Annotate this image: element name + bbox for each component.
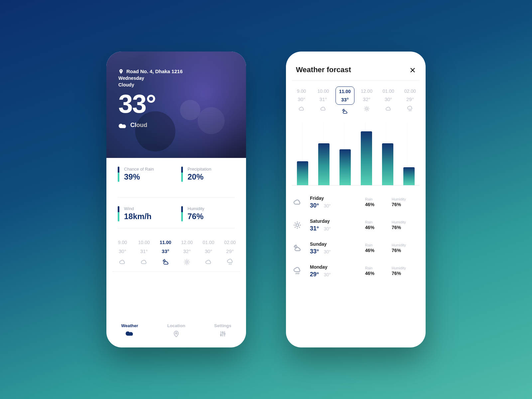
hour-slot-1[interactable]: 10.00 31° bbox=[133, 238, 155, 267]
nav-label: Weather bbox=[121, 323, 138, 328]
day-row-0[interactable]: Friday 30° 30° Rain 46% Humidity 76% bbox=[293, 191, 418, 214]
hour-time: 10.00 bbox=[133, 240, 155, 245]
hour-temp: 30° bbox=[198, 248, 219, 254]
hour-time: 9.00 bbox=[291, 88, 312, 94]
metric-value: 20% bbox=[188, 172, 211, 182]
hourly-bar-chart bbox=[292, 122, 420, 186]
metric-label: Humidity bbox=[188, 206, 204, 211]
hour-slot-3[interactable]: 12.00 32° bbox=[176, 238, 198, 267]
metric-value: 76% bbox=[188, 212, 204, 221]
pin-icon bbox=[153, 330, 200, 337]
chart-bar-1 bbox=[318, 143, 330, 185]
humidity-label: Humidity bbox=[392, 243, 418, 247]
hour-temp: 32° bbox=[356, 96, 377, 102]
hour-temp: 30° bbox=[377, 96, 399, 102]
humidity-value: 76% bbox=[392, 202, 418, 207]
forecast-hour-3[interactable]: 12.00 32° bbox=[356, 86, 377, 116]
cloud-icon bbox=[106, 330, 153, 336]
forecast-hour-2[interactable]: 11.00 33° bbox=[334, 86, 356, 116]
svg-point-3 bbox=[220, 334, 222, 336]
hour-slot-2[interactable]: 11.00 33° bbox=[155, 238, 176, 267]
weather-home-screen: Road No. 4, Dhaka 1216 Wednesday Cloudy … bbox=[106, 52, 246, 347]
day-high: 33° bbox=[310, 248, 319, 255]
humidity-value: 76% bbox=[392, 225, 418, 230]
chart-bar-0 bbox=[297, 161, 308, 185]
hourly-strip[interactable]: 9.00 30° 10.00 31° 11.00 33° 12.00 32° 0… bbox=[106, 232, 246, 271]
nav-label: Location bbox=[167, 323, 185, 328]
hour-time: 11.00 bbox=[336, 89, 353, 94]
rain-icon bbox=[293, 267, 310, 275]
nav-settings[interactable]: Settings bbox=[200, 323, 246, 337]
hero-condition-short: Cloudy bbox=[118, 82, 236, 87]
sun-icon bbox=[293, 221, 310, 229]
svg-point-5 bbox=[224, 333, 225, 334]
hour-time: 12.00 bbox=[356, 88, 377, 94]
cloud-icon bbox=[133, 259, 155, 265]
partly-icon bbox=[334, 108, 356, 114]
nav-location[interactable]: Location bbox=[153, 323, 200, 337]
humidity-value: 76% bbox=[392, 271, 418, 276]
forecast-hourly-strip[interactable]: 9.00 30° 10.00 31° 11.00 33° 12.00 32° 0… bbox=[286, 80, 426, 121]
hour-time: 10.00 bbox=[312, 88, 334, 94]
day-row-2[interactable]: Sunday 33° 30° Rain 46% Humidity 76% bbox=[293, 237, 418, 260]
rain-label: Rain bbox=[365, 266, 392, 270]
close-icon bbox=[410, 67, 416, 73]
svg-point-4 bbox=[222, 332, 223, 333]
forecast-hour-5[interactable]: 02.00 29° bbox=[399, 86, 421, 116]
location-row: Road No. 4, Dhaka 1216 bbox=[118, 68, 236, 74]
metric-bar-icon bbox=[118, 167, 119, 182]
forecast-hour-1[interactable]: 10.00 31° bbox=[312, 86, 334, 116]
close-button[interactable] bbox=[410, 66, 416, 74]
day-high: 30° bbox=[310, 202, 319, 209]
chart-bar-4 bbox=[382, 143, 393, 185]
hour-temp: 31° bbox=[312, 96, 334, 102]
day-row-3[interactable]: Monday 29° 30° Rain 46% Humidity 76% bbox=[293, 260, 418, 283]
cloud-icon bbox=[312, 105, 334, 112]
rain-value: 46% bbox=[365, 271, 392, 276]
rain-value: 46% bbox=[365, 225, 392, 230]
rain-label: Rain bbox=[365, 197, 392, 201]
metric-1: Precipitation 20% bbox=[181, 167, 235, 182]
selected-hour-box: 11.00 33° bbox=[335, 86, 354, 105]
svg-point-7 bbox=[366, 108, 368, 110]
day-low: 30° bbox=[324, 226, 331, 231]
hour-temp: 32° bbox=[176, 248, 198, 254]
chart-bar-5 bbox=[403, 167, 415, 185]
humidity-label: Humidity bbox=[392, 266, 418, 270]
hour-temp: 30° bbox=[291, 96, 312, 102]
forecast-hour-4[interactable]: 01.00 30° bbox=[377, 86, 399, 116]
hour-temp: 33° bbox=[155, 248, 176, 254]
hour-slot-5[interactable]: 02.00 29° bbox=[219, 238, 241, 267]
hour-slot-4[interactable]: 01.00 30° bbox=[198, 238, 219, 267]
weather-forecast-screen: Weather forcast 9.00 30° 10.00 31° 11.00… bbox=[286, 52, 426, 347]
cloud-icon bbox=[293, 198, 310, 206]
cloud-icon bbox=[291, 105, 312, 112]
sliders-icon bbox=[200, 330, 246, 337]
sun-icon bbox=[176, 259, 198, 265]
location-text: Road No. 4, Dhaka 1216 bbox=[126, 68, 183, 74]
forecast-hour-0[interactable]: 9.00 30° bbox=[291, 86, 312, 116]
day-high: 29° bbox=[310, 271, 319, 278]
sun-icon bbox=[356, 105, 377, 112]
rain-label: Rain bbox=[365, 243, 392, 247]
day-name: Sunday bbox=[310, 241, 365, 247]
hour-time: 02.00 bbox=[219, 240, 241, 245]
nav-label: Settings bbox=[214, 323, 231, 328]
hour-time: 01.00 bbox=[198, 240, 219, 245]
hero-card: Road No. 4, Dhaka 1216 Wednesday Cloudy … bbox=[106, 52, 246, 158]
hour-time: 01.00 bbox=[377, 88, 399, 94]
day-row-1[interactable]: Saturday 31° 30° Rain 46% Humidity 76% bbox=[293, 214, 418, 237]
rain-icon bbox=[399, 105, 421, 112]
day-low: 30° bbox=[324, 203, 331, 208]
metric-label: Chance of Rain bbox=[124, 167, 154, 172]
metric-label: Precipitation bbox=[188, 167, 211, 172]
location-pin-icon bbox=[118, 68, 124, 74]
day-name: Monday bbox=[310, 264, 365, 270]
hour-temp: 33° bbox=[336, 97, 353, 102]
divider bbox=[118, 197, 235, 198]
nav-weather[interactable]: Weather bbox=[106, 323, 153, 337]
hero-temperature: 33° bbox=[118, 89, 236, 119]
chart-bar-3 bbox=[361, 131, 372, 185]
metric-0: Chance of Rain 39% bbox=[118, 167, 171, 182]
hour-slot-0[interactable]: 9.00 30° bbox=[112, 238, 133, 267]
